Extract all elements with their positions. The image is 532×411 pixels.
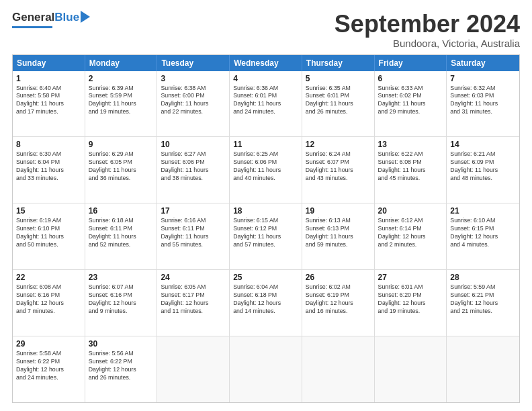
header-day-sunday: Sunday (13, 55, 85, 71)
day-info-3: Sunrise: 6:38 AMSunset: 6:00 PMDaylight:… (161, 85, 226, 117)
cal-cell-10: 10Sunrise: 6:27 AMSunset: 6:06 PMDayligh… (157, 137, 230, 203)
day-number-6: 6 (378, 74, 443, 83)
cal-cell-29: 29Sunrise: 5:58 AMSunset: 6:22 PMDayligh… (13, 336, 85, 402)
cal-cell-22: 22Sunrise: 6:08 AMSunset: 6:16 PMDayligh… (13, 270, 85, 336)
header: General Blue September 2024 Bundoora, Vi… (12, 11, 520, 49)
day-number-25: 25 (233, 273, 298, 282)
cal-cell-28: 28Sunrise: 5:59 AMSunset: 6:21 PMDayligh… (447, 270, 519, 336)
cal-cell-3: 3Sunrise: 6:38 AMSunset: 6:00 PMDaylight… (157, 71, 230, 137)
location-text: Bundoora, Victoria, Australia (335, 38, 520, 49)
cal-cell-15: 15Sunrise: 6:19 AMSunset: 6:10 PMDayligh… (13, 203, 85, 269)
title-area: September 2024 Bundoora, Victoria, Austr… (335, 11, 520, 49)
day-number-10: 10 (161, 140, 226, 149)
day-info-16: Sunrise: 6:18 AMSunset: 6:11 PMDaylight:… (89, 217, 154, 249)
header-day-wednesday: Wednesday (230, 55, 302, 71)
cal-cell-19: 19Sunrise: 6:13 AMSunset: 6:13 PMDayligh… (302, 203, 375, 269)
day-info-11: Sunrise: 6:25 AMSunset: 6:06 PMDaylight:… (233, 150, 298, 183)
cal-cell-18: 18Sunrise: 6:15 AMSunset: 6:12 PMDayligh… (230, 203, 302, 269)
cal-cell-24: 24Sunrise: 6:05 AMSunset: 6:17 PMDayligh… (157, 270, 230, 336)
calendar-header: SundayMondayTuesdayWednesdayThursdayFrid… (13, 55, 519, 71)
day-number-23: 23 (89, 273, 154, 282)
day-number-15: 15 (16, 206, 81, 216)
logo: General Blue (12, 11, 90, 28)
cal-cell-20: 20Sunrise: 6:12 AMSunset: 6:14 PMDayligh… (375, 203, 447, 269)
calendar-row-1: 8Sunrise: 6:30 AMSunset: 6:04 PMDaylight… (13, 136, 519, 203)
day-number-14: 14 (450, 140, 516, 149)
day-info-25: Sunrise: 6:04 AMSunset: 6:18 PMDaylight:… (233, 283, 298, 316)
day-number-9: 9 (89, 140, 154, 149)
day-number-28: 28 (450, 273, 516, 282)
day-number-11: 11 (233, 140, 298, 149)
day-number-26: 26 (306, 273, 371, 282)
header-day-saturday: Saturday (447, 55, 519, 71)
day-info-12: Sunrise: 6:24 AMSunset: 6:07 PMDaylight:… (306, 150, 371, 183)
day-number-7: 7 (450, 74, 516, 83)
day-info-4: Sunrise: 6:36 AMSunset: 6:01 PMDaylight:… (233, 85, 298, 117)
day-number-18: 18 (233, 206, 298, 216)
day-info-13: Sunrise: 6:22 AMSunset: 6:08 PMDaylight:… (378, 150, 443, 183)
cal-cell-17: 17Sunrise: 6:16 AMSunset: 6:11 PMDayligh… (157, 203, 230, 269)
calendar-body: 1Sunrise: 6:40 AMSunset: 5:58 PMDaylight… (13, 71, 519, 402)
day-info-20: Sunrise: 6:12 AMSunset: 6:14 PMDaylight:… (378, 217, 443, 249)
day-info-21: Sunrise: 6:10 AMSunset: 6:15 PMDaylight:… (450, 217, 516, 249)
day-info-9: Sunrise: 6:29 AMSunset: 6:05 PMDaylight:… (89, 150, 154, 183)
month-title: September 2024 (335, 11, 520, 38)
day-info-8: Sunrise: 6:30 AMSunset: 6:04 PMDaylight:… (16, 150, 81, 183)
cal-cell-1: 1Sunrise: 6:40 AMSunset: 5:58 PMDaylight… (13, 71, 85, 137)
day-number-20: 20 (378, 206, 443, 216)
day-number-21: 21 (450, 206, 516, 216)
header-day-thursday: Thursday (302, 55, 375, 71)
day-number-3: 3 (161, 74, 226, 83)
day-number-29: 29 (16, 339, 81, 349)
cal-cell-23: 23Sunrise: 6:07 AMSunset: 6:16 PMDayligh… (85, 270, 158, 336)
cal-cell-empty-4-5 (375, 336, 447, 402)
logo-underline (12, 26, 52, 28)
calendar-row-0: 1Sunrise: 6:40 AMSunset: 5:58 PMDaylight… (13, 71, 519, 137)
calendar-row-3: 22Sunrise: 6:08 AMSunset: 6:16 PMDayligh… (13, 269, 519, 336)
day-number-17: 17 (161, 206, 226, 216)
day-info-27: Sunrise: 6:01 AMSunset: 6:20 PMDaylight:… (378, 283, 443, 316)
day-info-7: Sunrise: 6:32 AMSunset: 6:03 PMDaylight:… (450, 85, 516, 117)
cal-cell-30: 30Sunrise: 5:56 AMSunset: 6:22 PMDayligh… (85, 336, 158, 402)
calendar: SundayMondayTuesdayWednesdayThursdayFrid… (12, 54, 520, 403)
day-info-6: Sunrise: 6:33 AMSunset: 6:02 PMDaylight:… (378, 85, 443, 117)
cal-cell-empty-4-6 (447, 336, 519, 402)
cal-cell-2: 2Sunrise: 6:39 AMSunset: 5:59 PMDaylight… (85, 71, 158, 137)
cal-cell-empty-4-3 (230, 336, 302, 402)
day-info-22: Sunrise: 6:08 AMSunset: 6:16 PMDaylight:… (16, 283, 81, 316)
cal-cell-13: 13Sunrise: 6:22 AMSunset: 6:08 PMDayligh… (375, 137, 447, 203)
calendar-row-2: 15Sunrise: 6:19 AMSunset: 6:10 PMDayligh… (13, 203, 519, 269)
cal-cell-26: 26Sunrise: 6:02 AMSunset: 6:19 PMDayligh… (302, 270, 375, 336)
cal-cell-8: 8Sunrise: 6:30 AMSunset: 6:04 PMDaylight… (13, 137, 85, 203)
cal-cell-5: 5Sunrise: 6:35 AMSunset: 6:01 PMDaylight… (302, 71, 375, 137)
day-number-16: 16 (89, 206, 154, 216)
day-info-17: Sunrise: 6:16 AMSunset: 6:11 PMDaylight:… (161, 217, 226, 249)
cal-cell-empty-4-4 (302, 336, 375, 402)
header-day-monday: Monday (85, 55, 158, 71)
cal-cell-25: 25Sunrise: 6:04 AMSunset: 6:18 PMDayligh… (230, 270, 302, 336)
day-number-2: 2 (89, 74, 154, 83)
day-number-8: 8 (16, 140, 81, 149)
day-number-30: 30 (89, 339, 154, 349)
cal-cell-6: 6Sunrise: 6:33 AMSunset: 6:02 PMDaylight… (375, 71, 447, 137)
day-info-1: Sunrise: 6:40 AMSunset: 5:58 PMDaylight:… (16, 85, 81, 117)
cal-cell-4: 4Sunrise: 6:36 AMSunset: 6:01 PMDaylight… (230, 71, 302, 137)
cal-cell-11: 11Sunrise: 6:25 AMSunset: 6:06 PMDayligh… (230, 137, 302, 203)
day-info-14: Sunrise: 6:21 AMSunset: 6:09 PMDaylight:… (450, 150, 516, 183)
day-number-19: 19 (306, 206, 371, 216)
cal-cell-27: 27Sunrise: 6:01 AMSunset: 6:20 PMDayligh… (375, 270, 447, 336)
day-number-13: 13 (378, 140, 443, 149)
day-info-15: Sunrise: 6:19 AMSunset: 6:10 PMDaylight:… (16, 217, 81, 249)
cal-cell-16: 16Sunrise: 6:18 AMSunset: 6:11 PMDayligh… (85, 203, 158, 269)
day-info-2: Sunrise: 6:39 AMSunset: 5:59 PMDaylight:… (89, 85, 154, 117)
cal-cell-21: 21Sunrise: 6:10 AMSunset: 6:15 PMDayligh… (447, 203, 519, 269)
cal-cell-9: 9Sunrise: 6:29 AMSunset: 6:05 PMDaylight… (85, 137, 158, 203)
day-info-18: Sunrise: 6:15 AMSunset: 6:12 PMDaylight:… (233, 217, 298, 249)
day-info-10: Sunrise: 6:27 AMSunset: 6:06 PMDaylight:… (161, 150, 226, 183)
day-info-23: Sunrise: 6:07 AMSunset: 6:16 PMDaylight:… (89, 283, 154, 316)
header-day-friday: Friday (375, 55, 447, 71)
day-number-27: 27 (378, 273, 443, 282)
day-info-28: Sunrise: 5:59 AMSunset: 6:21 PMDaylight:… (450, 283, 516, 316)
logo-arrow-icon (81, 11, 90, 23)
header-day-tuesday: Tuesday (157, 55, 230, 71)
